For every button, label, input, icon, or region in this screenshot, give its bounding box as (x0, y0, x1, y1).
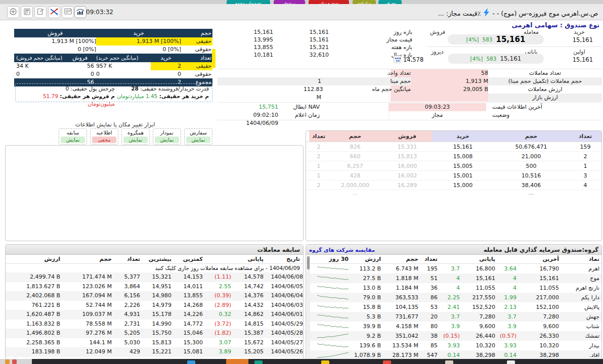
tab-intro[interactable]: معرفي (378, 0, 402, 4)
order-book-row[interactable]: 3 10,516 15,001 16,002 428 1 (306, 171, 601, 180)
hist-percent: 0.32 (203, 310, 231, 320)
order-book-row[interactable]: 159 50,676,471 15,161 15,331 826 2 (306, 142, 601, 152)
trade-percent: [4%] (466, 36, 479, 42)
scrollbar-thumb[interactable] (307, 256, 310, 269)
tool-button-state: نمايش (123, 136, 148, 143)
sparkline-30day (317, 303, 349, 311)
symbol-value: 139.6 B (349, 341, 381, 350)
group-symbol-row[interactable]: بيدار 10,320 3.93 10,320 3.93 85 13.534 … (306, 341, 601, 350)
range-high: 15,161 (273, 28, 329, 36)
symbol-volume: 104,135 (381, 302, 418, 312)
taskbar-icon-red[interactable] (383, 360, 391, 364)
taskbar-app-orange-icon[interactable] (5, 359, 10, 364)
history-row[interactable]: 1404/05/26 15,205 3.89 15,081 15,221 429… (6, 347, 303, 357)
toggle-panel-button[interactable]: سابقه نمايش (59, 128, 87, 145)
symbol-volume: 1.184 M (381, 283, 418, 293)
history-row[interactable]: 1404/05/28 15,387 (1.82) 15,046 15,750 5… (6, 329, 303, 338)
add-button[interactable] (7, 6, 19, 18)
trade-history-panel: سابقه معاملات تاريخ پايانی كمترين بيشتري… (5, 244, 304, 360)
tab-assembly-decisions[interactable]: تصميمات مجمع (227, 0, 270, 4)
order-book-row[interactable]: 1 500 15,005 16,000 6,257 1 (306, 161, 601, 171)
symbol-last-pct: 2.13 (495, 302, 516, 312)
symbol-volume: 351,042 (381, 331, 418, 341)
chart-button[interactable] (74, 6, 87, 18)
stat-row: ارزش معاملات 29,005 B (391, 85, 602, 94)
hist-count: 5,377 (112, 272, 140, 282)
taskbar-icon-beige[interactable] (445, 360, 453, 364)
group-symbol-row[interactable]: دارا يكم 217,000 1.99 217,550 2.25 86 36… (306, 293, 601, 302)
group-symbol-row[interactable]: تمشك 26,330 (0.57) 26,440 (0.15) 38 351,… (306, 331, 601, 341)
quote-first-value: 15,161 (562, 56, 593, 63)
group-symbol-row[interactable]: پالايش 152,100 2.13 152,520 2.41 53 104,… (306, 302, 601, 312)
col-sell: فروش (14, 29, 96, 37)
tab-portfolio[interactable]: پرتفوي (274, 0, 305, 4)
hist-date: 1404/06/08 (264, 272, 303, 282)
toggle-panel-button[interactable]: همگروه نمايش (121, 128, 150, 145)
hist-date: 1404/05/28 (264, 329, 303, 338)
history-row[interactable]: 1404/05/27 15,672 3.07 15,300 15,813 5,0… (6, 338, 303, 348)
order-book-rows: 159 50,676,471 15,161 15,331 826 2 2 21,… (306, 142, 601, 190)
calculator-icon (24, 8, 30, 17)
sell-price: 16,000 (382, 161, 433, 170)
hist-close: 14,862 (231, 310, 264, 320)
symbol-count: 80 (418, 322, 438, 331)
hist-close: 14,578 (231, 272, 264, 282)
toggle-panel-button[interactable]: نمودار نمايش (153, 128, 181, 145)
hist-date: 1404/05/26 (264, 347, 303, 357)
taskbar-icon-orange-block[interactable] (226, 359, 248, 364)
group-symbol-row[interactable]: نارنج اهرم 11,055 4 11,055 4 36 1.184 M … (306, 283, 601, 293)
tool-button-label: سابقه (67, 130, 79, 135)
sell-price: 15,813 (382, 152, 433, 161)
hist-high: 14,951 (140, 282, 171, 292)
note-button[interactable] (34, 6, 47, 18)
yellow-highlight-bar (212, 49, 216, 68)
hist-high: 15,178 (140, 310, 171, 320)
today-history-link[interactable]: 1404/06/09 - برای مشاهده سابقه معاملات ر… (6, 264, 303, 272)
history-row[interactable]: 1404/05/29 14,815 (3.72) 14,772 14,990 2… (6, 320, 303, 329)
order-book-row[interactable]: 2 21,000 15,008 15,813 660 2 (306, 152, 601, 161)
toggle-panel-button[interactable]: اطلاعيه مخفی (90, 128, 118, 145)
toggle-panel-button[interactable]: سفارش نمايش (184, 128, 212, 145)
tab-profit-loss[interactable]: سود و زيان (309, 0, 349, 4)
ob-col-sell-count: تعداد (309, 131, 328, 142)
group-symbol-row[interactable]: جهش 7,280 3.7 7,280 3.7 20 731,677 5.3 B (306, 312, 601, 322)
history-row[interactable]: 1404/06/08 14,578 (1.11) 14,153 15,321 5… (6, 272, 303, 282)
history-row[interactable]: 1404/06/05 14,742 2.55 14,011 14,951 3,8… (6, 282, 303, 292)
quote-yesterday-label: ديروز (431, 49, 444, 55)
hist-volume: 144.1 M (60, 338, 112, 348)
history-row[interactable]: 1404/06/03 14,432 (2.89) 14,268 14,979 2… (6, 301, 303, 310)
taskbar-icon-teal[interactable] (254, 360, 263, 364)
clock-time: 09:03:32 (86, 9, 113, 16)
hist-volume: 171.474 M (60, 272, 112, 282)
range-label: بازه روز (329, 28, 412, 36)
group-symbol-row[interactable]: شتاب 9,600 3.9 9,600 3.9 80 4.158 M 39.9… (306, 322, 601, 331)
ob-col-buy-price: خريد (433, 131, 493, 142)
tab-balance-sheet[interactable]: ترازنامه (353, 0, 376, 4)
group-scrollbar[interactable] (307, 255, 310, 359)
hist-date: 1404/05/29 (264, 320, 303, 329)
history-row[interactable]: 1404/06/04 14,376 (0.39) 13,855 14,980 6… (6, 291, 303, 301)
list-button[interactable] (62, 6, 74, 18)
compare-button[interactable] (48, 6, 60, 18)
group-symbol-row[interactable]: اهرم 16,790 3.64 16,800 3.7 195 6.743 M … (306, 264, 601, 274)
symbol-close-pct: 4 (438, 283, 460, 293)
mini-grid-icon[interactable] (394, 56, 401, 63)
taskbar-icon-yellow[interactable] (321, 360, 329, 364)
close-count: 583 (486, 56, 496, 62)
hist-high: 14,980 (140, 291, 171, 301)
symbol-last: 9,600 (516, 322, 559, 331)
taskbar-icon-white[interactable] (507, 360, 515, 364)
order-book-row[interactable]: 4 38,406 15,000 16,289 2,000,000 2 (306, 180, 601, 190)
calculator-button[interactable] (21, 6, 33, 18)
quote-sell-label: فروش (430, 29, 445, 35)
form-icon (64, 8, 72, 16)
hist-percent: (1.82) (203, 329, 231, 338)
group-symbol-row[interactable]: موج 15,161 4 15,161 4 51 1.818 M 27.5 B (306, 274, 601, 283)
history-row[interactable]: 1404/06/01 14,862 0.32 14,226 15,178 4,9… (6, 310, 303, 320)
taskbar-icon-blue[interactable] (187, 360, 195, 364)
sparkline-30day (317, 341, 349, 349)
compare-group-link[interactable]: مقايسه شركت های گروه (309, 247, 375, 253)
sell-volume: 2,000,000 (328, 180, 382, 190)
symbol-close: 9,600 (460, 322, 495, 331)
taskbar-app-red-icon[interactable] (12, 359, 17, 364)
